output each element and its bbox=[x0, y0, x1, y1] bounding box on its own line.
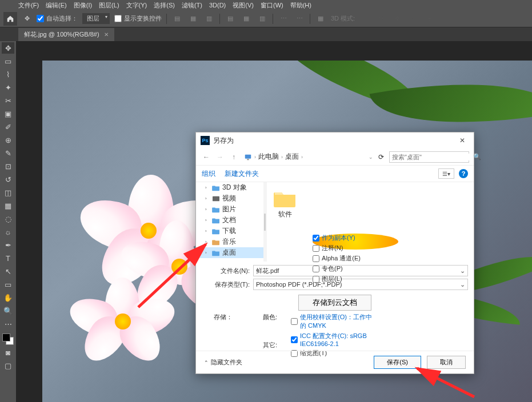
blur-tool[interactable]: ◌ bbox=[2, 213, 14, 224]
icc-profile-checkbox[interactable]: ICC 配置文件(C): sRGB IEC61966-2.1 bbox=[291, 332, 374, 347]
eraser-tool[interactable]: ◫ bbox=[2, 187, 14, 198]
menu-3d[interactable]: 3D(D) bbox=[207, 2, 228, 9]
refresh-button[interactable]: ⟳ bbox=[375, 153, 387, 161]
tree-item-desktop[interactable]: ›桌面 bbox=[196, 247, 263, 258]
home-button[interactable] bbox=[3, 12, 17, 26]
menu-view[interactable]: 视图(V) bbox=[230, 1, 256, 10]
tree-item-documents[interactable]: ›文档 bbox=[196, 215, 263, 226]
tree-splitter[interactable] bbox=[263, 182, 267, 262]
menu-select[interactable]: 选择(S) bbox=[151, 1, 177, 10]
dialog-title: 另存为 bbox=[213, 136, 455, 146]
save-button[interactable]: 保存(S) bbox=[374, 356, 421, 369]
align-top-icon[interactable]: ▤ bbox=[225, 13, 236, 25]
breadcrumb-dropdown-icon[interactable]: ⌄ bbox=[369, 154, 373, 160]
marquee-tool[interactable]: ▭ bbox=[2, 55, 14, 67]
zoom-tool[interactable]: 🔍 bbox=[2, 305, 14, 316]
foreground-color-swatch[interactable] bbox=[2, 333, 10, 341]
hide-folders-button[interactable]: ⌃隐藏文件夹 bbox=[204, 358, 242, 367]
screen-mode-tool[interactable]: ▢ bbox=[2, 360, 14, 371]
menu-filter[interactable]: 滤镜(T) bbox=[179, 1, 205, 10]
auto-select-target-dropdown[interactable]: 图层 bbox=[82, 13, 110, 24]
gradient-tool[interactable]: ▦ bbox=[2, 200, 14, 211]
folder-label: 软件 bbox=[278, 210, 292, 219]
help-button[interactable]: ? bbox=[459, 169, 468, 178]
other-options-label: 其它: bbox=[246, 341, 281, 349]
pc-icon bbox=[244, 153, 252, 161]
breadcrumb-item[interactable]: 桌面 bbox=[285, 152, 299, 162]
pan-3d-icon: ✥ bbox=[391, 13, 403, 25]
align-center-h-icon[interactable]: ▦ bbox=[187, 13, 199, 25]
align-bottom-icon[interactable]: ▥ bbox=[257, 13, 268, 25]
view-mode-button[interactable]: ☰▾ bbox=[438, 168, 454, 179]
quick-select-tool[interactable]: ✦ bbox=[2, 82, 14, 93]
align-right-icon[interactable]: ▥ bbox=[203, 13, 215, 25]
edit-toolbar[interactable]: ⋯ bbox=[2, 318, 14, 329]
path-select-tool[interactable]: ↖ bbox=[2, 266, 14, 277]
distribute-icon[interactable]: ▦ bbox=[315, 13, 326, 25]
search-field[interactable] bbox=[392, 154, 471, 160]
menu-layer[interactable]: 图层(L) bbox=[97, 1, 121, 10]
options-bar: ✥ 自动选择： 图层 显示变换控件 ▤ ▦ ▥ ▤ ▦ ▥ ⋯ ⋯ ▦ 3D 模… bbox=[0, 10, 532, 27]
organize-button[interactable]: 组织 bbox=[202, 169, 215, 179]
lasso-tool[interactable]: ⌇ bbox=[2, 69, 14, 80]
document-tab-bar: 鲜花.jpg @ 100%(RGB/8#) ✕ bbox=[0, 27, 532, 41]
dodge-tool[interactable]: ☼ bbox=[2, 226, 14, 238]
show-transform-controls-checkbox[interactable]: 显示变换控件 bbox=[114, 14, 162, 23]
menu-window[interactable]: 窗口(W) bbox=[258, 1, 286, 10]
move-tool[interactable]: ✥ bbox=[2, 42, 14, 54]
spot-checkbox[interactable]: 专色(P) bbox=[313, 264, 398, 273]
crop-tool[interactable]: ✂ bbox=[2, 95, 14, 106]
document-tab[interactable]: 鲜花.jpg @ 100%(RGB/8#) ✕ bbox=[18, 28, 114, 41]
svg-rect-2 bbox=[213, 196, 219, 201]
nav-up-button[interactable]: ↑ bbox=[228, 153, 239, 161]
tree-item-3d-objects[interactable]: ›3D 对象 bbox=[196, 182, 263, 193]
nav-back-button[interactable]: ← bbox=[201, 153, 212, 161]
align-center-v-icon[interactable]: ▦ bbox=[241, 13, 252, 25]
document-tab-label: 鲜花.jpg @ 100%(RGB/8#) bbox=[24, 30, 99, 39]
nav-forward-button[interactable]: → bbox=[214, 153, 226, 161]
cancel-button[interactable]: 取消 bbox=[427, 356, 466, 369]
color-swatches[interactable] bbox=[2, 333, 14, 345]
brush-tool[interactable]: ✎ bbox=[2, 147, 14, 159]
tree-item-pictures[interactable]: ›图片 bbox=[196, 204, 263, 215]
tree-item-music[interactable]: ›音乐 bbox=[196, 236, 263, 247]
tree-item-downloads[interactable]: ›下载 bbox=[196, 226, 263, 236]
menu-type[interactable]: 文字(Y) bbox=[124, 1, 150, 10]
menu-help[interactable]: 帮助(H) bbox=[288, 1, 314, 10]
annotations-checkbox[interactable]: 注释(N) bbox=[313, 244, 398, 252]
as-copy-checkbox[interactable]: 作为副本(Y) bbox=[313, 234, 398, 242]
more-options-icon[interactable]: ⋯ bbox=[294, 13, 305, 25]
frame-tool[interactable]: ▣ bbox=[2, 108, 14, 119]
folder-item[interactable]: 软件 bbox=[271, 187, 299, 222]
save-to-cloud-button[interactable]: 存储到云文档 bbox=[298, 295, 371, 311]
menu-file[interactable]: 文件(F) bbox=[16, 1, 41, 10]
tree-item-videos[interactable]: ›视频 bbox=[196, 193, 263, 204]
menu-image[interactable]: 图像(I) bbox=[71, 1, 94, 10]
auto-select-checkbox[interactable]: 自动选择： bbox=[37, 14, 78, 23]
folder-tree[interactable]: ›3D 对象 ›视频 ›图片 ›文档 ›下载 ›音乐 ›桌面 bbox=[196, 182, 263, 262]
dialog-nav-bar: ← → ↑ › 此电脑 › 桌面 › ⌄ ⟳ 🔍 bbox=[196, 148, 474, 166]
new-folder-button[interactable]: 新建文件夹 bbox=[225, 169, 259, 179]
svg-rect-1 bbox=[247, 159, 249, 160]
healing-tool[interactable]: ⊕ bbox=[2, 134, 14, 146]
layers-checkbox[interactable]: 图层(L) bbox=[313, 275, 398, 283]
dialog-close-button[interactable]: ✕ bbox=[455, 136, 469, 144]
breadcrumb-item[interactable]: 此电脑 bbox=[258, 152, 279, 162]
align-left-icon[interactable]: ▤ bbox=[171, 13, 183, 25]
quick-mask-tool[interactable]: ◙ bbox=[2, 347, 14, 358]
menu-edit[interactable]: 编辑(E) bbox=[43, 1, 69, 10]
hand-tool[interactable]: ✋ bbox=[2, 292, 14, 303]
use-proof-checkbox[interactable]: 使用校样设置(O)：工作中的 CMYK bbox=[291, 313, 374, 330]
breadcrumb[interactable]: › 此电脑 › 桌面 › ⌄ bbox=[242, 152, 373, 162]
distribute-h-icon[interactable]: ⋯ bbox=[278, 13, 289, 25]
search-input[interactable]: 🔍 bbox=[389, 151, 469, 163]
shape-tool[interactable]: ▭ bbox=[2, 279, 14, 290]
dialog-title-bar[interactable]: Ps 另存为 ✕ bbox=[196, 132, 474, 148]
pen-tool[interactable]: ✒ bbox=[2, 239, 14, 251]
close-tab-icon[interactable]: ✕ bbox=[104, 31, 109, 38]
eyedropper-tool[interactable]: ✐ bbox=[2, 121, 14, 132]
history-brush-tool[interactable]: ↺ bbox=[2, 174, 14, 185]
type-tool[interactable]: T bbox=[2, 252, 14, 264]
alpha-checkbox[interactable]: Alpha 通道(E) bbox=[313, 254, 398, 263]
clone-tool[interactable]: ⊡ bbox=[2, 160, 14, 172]
